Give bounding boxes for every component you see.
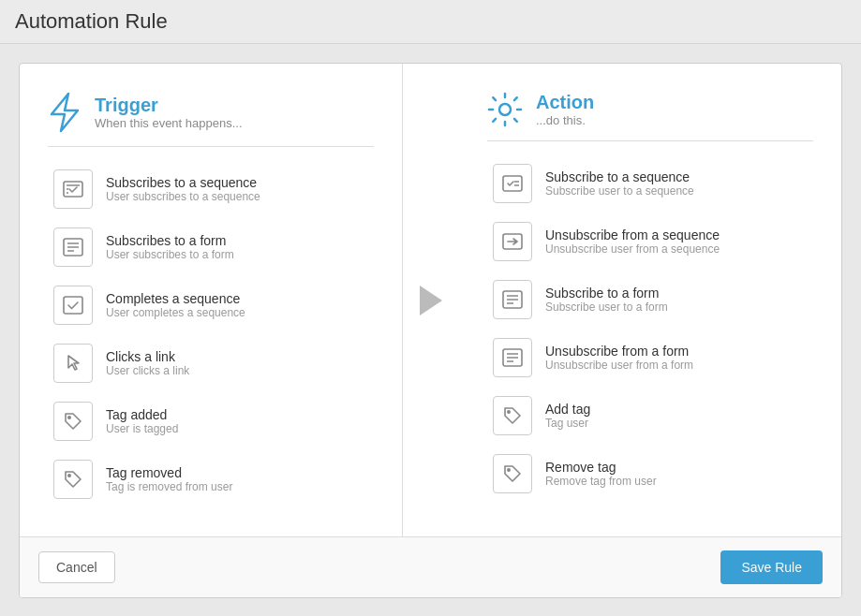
trigger-item-clicks-link-title: Clicks a link xyxy=(106,349,189,364)
action-item-unsubscribe-sequence-sub: Unsubscribe user from a sequence xyxy=(545,242,720,256)
action-icon xyxy=(487,92,523,127)
action-item-remove-tag-title: Remove tag xyxy=(545,460,657,475)
svg-point-4 xyxy=(68,475,70,477)
save-rule-button[interactable]: Save Rule xyxy=(720,550,823,584)
action-item-remove-tag[interactable]: Remove tag Remove tag from user xyxy=(487,445,813,503)
tag-removed-icon-trigger xyxy=(53,460,93,499)
trigger-item-tag-added-sub: User is tagged xyxy=(106,422,178,435)
action-add-tag-icon xyxy=(493,396,532,435)
action-header: Action ...do this. xyxy=(487,92,813,141)
trigger-title: Trigger xyxy=(95,95,243,116)
trigger-icon xyxy=(48,92,82,133)
action-unsubscribe-form-icon xyxy=(493,338,532,377)
trigger-item-tag-added-title: Tag added xyxy=(106,407,178,422)
trigger-item-subscribes-form-title: Subscribes to a form xyxy=(106,233,234,248)
svg-point-5 xyxy=(499,104,511,115)
action-item-subscribe-form-sub: Subscribe user to a form xyxy=(545,301,668,314)
trigger-items-list: Subscribes to a sequence User subscribes… xyxy=(48,160,374,508)
trigger-item-subscribes-sequence-sub: User subscribes to a sequence xyxy=(106,190,260,203)
trigger-panel: Trigger When this event happens... xyxy=(20,64,403,536)
action-item-subscribe-sequence[interactable]: Subscribe to a sequence Subscribe user t… xyxy=(487,154,813,213)
action-unsubscribe-sequence-icon xyxy=(493,222,532,261)
action-item-subscribe-form-title: Subscribe to a form xyxy=(545,286,668,301)
action-subtitle: ...do this. xyxy=(536,113,594,127)
cancel-button[interactable]: Cancel xyxy=(38,551,115,583)
svg-point-10 xyxy=(508,411,510,413)
action-item-unsubscribe-sequence[interactable]: Unsubscribe from a sequence Unsubscribe … xyxy=(487,213,813,271)
sequence-subscribe-icon xyxy=(53,169,93,209)
check-icon-trigger xyxy=(53,286,93,325)
modal-footer: Cancel Save Rule xyxy=(20,536,841,597)
action-item-add-tag[interactable]: Add tag Tag user xyxy=(487,387,813,445)
action-item-subscribe-sequence-sub: Subscribe user to a sequence xyxy=(545,184,694,198)
page-title: Automation Rule xyxy=(15,9,846,34)
action-item-unsubscribe-sequence-title: Unsubscribe from a sequence xyxy=(545,227,720,242)
trigger-item-completes-sequence[interactable]: Completes a sequence User completes a se… xyxy=(48,276,374,334)
right-arrow-icon xyxy=(420,286,442,315)
action-panel: Action ...do this. xyxy=(459,64,841,536)
action-item-add-tag-sub: Tag user xyxy=(545,417,590,430)
trigger-item-clicks-link-sub: User clicks a link xyxy=(106,364,189,377)
trigger-item-completes-sequence-title: Completes a sequence xyxy=(106,291,245,306)
action-item-unsubscribe-form-title: Unsubscribe from a form xyxy=(545,344,693,359)
action-subscribe-form-icon xyxy=(493,280,532,319)
trigger-item-completes-sequence-sub: User completes a sequence xyxy=(106,306,245,319)
action-items-list: Subscribe to a sequence Subscribe user t… xyxy=(487,154,813,503)
action-item-unsubscribe-form[interactable]: Unsubscribe from a form Unsubscribe user… xyxy=(487,329,813,387)
trigger-item-tag-removed[interactable]: Tag removed Tag is removed from user xyxy=(48,450,374,508)
trigger-item-subscribes-form-sub: User subscribes to a form xyxy=(106,248,234,261)
action-item-unsubscribe-form-sub: Unsubscribe user from a form xyxy=(545,359,693,372)
page-header: Automation Rule xyxy=(0,0,861,44)
action-title: Action xyxy=(536,92,594,113)
trigger-subtitle: When this event happens... xyxy=(95,116,243,130)
svg-point-11 xyxy=(508,469,510,471)
pointer-icon-trigger xyxy=(53,344,93,383)
trigger-item-tag-removed-sub: Tag is removed from user xyxy=(106,480,232,493)
trigger-item-tag-removed-title: Tag removed xyxy=(106,465,232,480)
trigger-item-subscribes-form[interactable]: Subscribes to a form User subscribes to … xyxy=(48,218,374,276)
action-item-remove-tag-sub: Remove tag from user xyxy=(545,475,657,488)
tag-added-icon-trigger xyxy=(53,402,93,441)
action-item-subscribe-sequence-title: Subscribe to a sequence xyxy=(545,169,694,184)
trigger-header: Trigger When this event happens... xyxy=(48,92,374,147)
action-item-add-tag-title: Add tag xyxy=(545,402,590,417)
action-subscribe-sequence-icon xyxy=(493,164,532,203)
action-item-subscribe-form[interactable]: Subscribe to a form Subscribe user to a … xyxy=(487,271,813,329)
trigger-item-clicks-link[interactable]: Clicks a link User clicks a link xyxy=(48,334,374,392)
svg-point-3 xyxy=(68,417,70,418)
svg-rect-2 xyxy=(64,297,82,314)
trigger-item-tag-added[interactable]: Tag added User is tagged xyxy=(48,392,374,450)
arrow-divider xyxy=(403,64,459,536)
trigger-item-subscribes-sequence-title: Subscribes to a sequence xyxy=(106,175,260,190)
trigger-item-subscribes-sequence[interactable]: Subscribes to a sequence User subscribes… xyxy=(48,160,374,218)
form-icon-trigger xyxy=(53,227,93,267)
action-remove-tag-icon xyxy=(493,454,532,493)
automation-rule-modal: Trigger When this event happens... xyxy=(19,63,842,598)
